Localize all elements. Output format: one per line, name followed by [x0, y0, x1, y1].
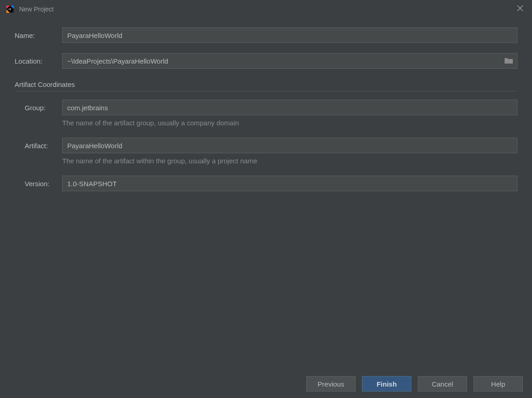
version-label: Version: [15, 180, 62, 188]
group-label: Group: [15, 104, 62, 112]
artifact-label: Artifact: [15, 142, 62, 150]
cancel-button[interactable]: Cancel [418, 376, 467, 392]
name-input[interactable] [62, 27, 517, 43]
title-bar: IJ New Project [0, 0, 532, 18]
window-title: New Project [19, 5, 53, 13]
group-input[interactable] [62, 100, 517, 115]
previous-button[interactable]: Previous [306, 376, 356, 392]
group-hint: The name of the artifact group, usually … [62, 119, 239, 127]
name-label: Name: [15, 32, 62, 39]
folder-icon[interactable] [504, 57, 514, 65]
artifact-coordinates-header: Artifact Coordinates [15, 81, 517, 91]
artifact-input[interactable] [62, 138, 517, 153]
dialog-footer: Previous Finish Cancel Help [306, 376, 523, 392]
svg-text:IJ: IJ [9, 8, 11, 11]
location-input[interactable] [62, 53, 517, 69]
version-input[interactable] [62, 176, 517, 191]
finish-button[interactable]: Finish [362, 376, 411, 392]
app-icon: IJ [5, 5, 15, 14]
help-button[interactable]: Help [473, 376, 523, 392]
dialog-content: Name: Location: Artifact Coordinates Gro… [0, 18, 532, 191]
location-label: Location: [15, 57, 62, 65]
close-icon[interactable] [516, 5, 525, 13]
artifact-hint: The name of the artifact within the grou… [62, 157, 257, 165]
